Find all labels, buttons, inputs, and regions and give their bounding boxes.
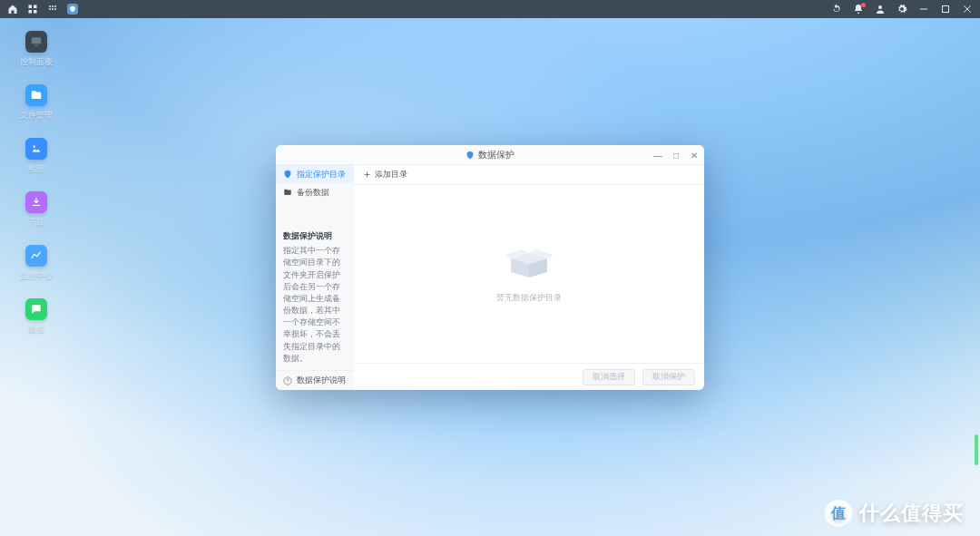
desktop-icons: 控制面板 文件管理 相册 下载 监控中心 微信: [18, 31, 54, 336]
settings-icon[interactable]: [897, 4, 907, 15]
shield-icon: [466, 151, 475, 160]
svg-rect-13: [32, 37, 42, 44]
dialog-close-icon[interactable]: ✕: [690, 151, 699, 160]
desktop-icon-album[interactable]: 相册: [18, 138, 54, 175]
shield-icon: [283, 170, 292, 179]
empty-state-text: 暂无数据保护目录: [496, 292, 562, 304]
shield-icon[interactable]: [67, 4, 78, 15]
svg-rect-11: [920, 9, 927, 10]
help-description: 数据保护说明 指定其中一个存储空间目录下的文件夹开启保护后会在另一个存储空间上生…: [276, 223, 354, 370]
data-protection-dialog: 数据保护 — □ ✕ 指定保护目录 备份数据: [276, 145, 704, 390]
svg-rect-16: [33, 205, 40, 206]
window-minimize-icon[interactable]: [918, 4, 929, 15]
sync-icon[interactable]: [831, 4, 842, 15]
svg-rect-0: [29, 5, 33, 9]
svg-point-15: [34, 146, 35, 148]
taskbar-right: [831, 4, 973, 15]
sidebar-item-label: 指定保护目录: [297, 169, 346, 180]
desktop: 控制面板 文件管理 相册 下载 监控中心 微信 数据保护 —: [0, 0, 980, 536]
grid-icon[interactable]: [47, 4, 58, 15]
watermark-badge: 值: [825, 500, 852, 527]
dialog-maximize-icon[interactable]: □: [671, 151, 681, 160]
help-body: 指定其中一个存储空间目录下的文件夹开启保护后会在另一个存储空间上生成备份数据，若…: [283, 245, 347, 365]
dialog-body: 指定保护目录 备份数据 数据保护说明 指定其中一个存储空间目录下的文件夹开启保护…: [276, 165, 704, 390]
desktop-icon-control[interactable]: 控制面板: [18, 31, 54, 68]
svg-point-10: [878, 5, 882, 9]
dialog-content: 添加目录 暂无数据保护目录 取消选择 取消保护: [354, 165, 704, 390]
window-maximize-icon[interactable]: [940, 4, 951, 15]
desktop-icon-label: 文件管理: [20, 110, 53, 122]
watermark: 值 什么值得买: [825, 500, 964, 527]
folder-icon: [283, 188, 292, 197]
window-close-icon[interactable]: [962, 4, 973, 15]
sidebar-nav: 指定保护目录 备份数据: [276, 165, 354, 201]
dialog-titlebar[interactable]: 数据保护 — □ ✕: [276, 145, 704, 165]
desktop-icon-label: 监控中心: [20, 270, 53, 282]
dialog-footer: 取消选择 取消保护: [354, 363, 704, 390]
user-icon[interactable]: [875, 4, 886, 15]
apps-icon[interactable]: [27, 4, 38, 15]
svg-rect-3: [34, 10, 37, 14]
svg-point-18: [288, 382, 289, 383]
dialog-title: 数据保护: [478, 149, 514, 161]
taskbar-left: [7, 4, 78, 15]
sidebar-item-backup[interactable]: 备份数据: [276, 183, 354, 201]
add-directory-label: 添加目录: [375, 169, 407, 180]
scroll-indicator: [975, 434, 978, 465]
svg-point-6: [54, 5, 56, 7]
svg-rect-12: [943, 6, 949, 13]
cancel-select-button[interactable]: 取消选择: [583, 369, 635, 385]
desktop-icon-download[interactable]: 下载: [18, 191, 54, 229]
desktop-icon-label: 相册: [28, 163, 44, 175]
svg-rect-1: [34, 5, 37, 9]
desktop-icon-files[interactable]: 文件管理: [18, 84, 54, 122]
svg-point-7: [49, 8, 51, 10]
question-icon: [283, 376, 292, 385]
plus-icon: [363, 171, 371, 179]
svg-point-9: [54, 8, 56, 10]
svg-point-4: [49, 5, 51, 7]
taskbar: [0, 0, 980, 18]
empty-box-icon: [502, 245, 556, 283]
svg-rect-14: [34, 45, 38, 46]
desktop-icon-monitor[interactable]: 监控中心: [18, 245, 54, 282]
svg-point-8: [52, 8, 54, 10]
help-link-label: 数据保护说明: [297, 375, 346, 386]
dialog-window-controls: — □ ✕: [653, 145, 699, 165]
cancel-protect-button[interactable]: 取消保护: [642, 369, 695, 385]
svg-point-5: [52, 5, 54, 7]
empty-state: 暂无数据保护目录: [354, 185, 704, 363]
dialog-minimize-icon[interactable]: —: [653, 151, 662, 160]
help-link[interactable]: 数据保护说明: [276, 370, 354, 390]
dialog-sidebar: 指定保护目录 备份数据 数据保护说明 指定其中一个存储空间目录下的文件夹开启保护…: [276, 165, 354, 390]
sidebar-item-label: 备份数据: [297, 187, 329, 199]
home-icon[interactable]: [7, 4, 18, 15]
desktop-icon-chat[interactable]: 微信: [18, 298, 54, 336]
sidebar-item-protect-dir[interactable]: 指定保护目录: [276, 165, 354, 183]
help-title: 数据保护说明: [283, 230, 347, 242]
svg-rect-2: [29, 10, 33, 14]
bell-icon[interactable]: [853, 4, 864, 15]
watermark-text: 什么值得买: [859, 500, 964, 527]
add-directory-button[interactable]: 添加目录: [363, 169, 407, 180]
desktop-icon-label: 微信: [28, 324, 44, 336]
desktop-icon-label: 下载: [28, 217, 44, 229]
content-toolbar: 添加目录: [354, 165, 704, 185]
desktop-icon-label: 控制面板: [20, 56, 53, 68]
